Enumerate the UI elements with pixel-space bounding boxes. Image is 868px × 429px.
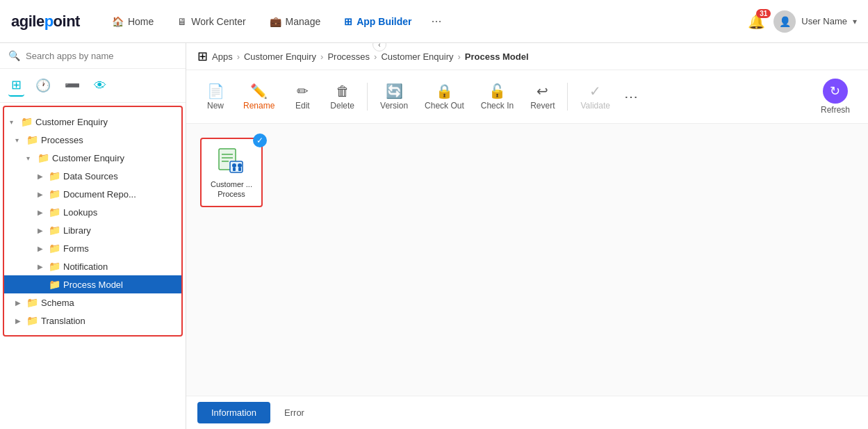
sidebar-tab-eye[interactable]: 👁 [91,76,109,96]
version-icon: 🔄 [386,83,403,99]
tab-error[interactable]: Error [270,402,318,423]
search-input[interactable] [26,51,177,61]
nav-more-icon[interactable]: ··· [426,8,448,34]
sidebar-item-label: Library [63,225,91,236]
sidebar-item-library[interactable]: ▶ 📁 Library [4,221,181,239]
nav-appbuilder-label: App Builder [357,16,411,27]
breadcrumb-processes[interactable]: Processes [327,51,370,62]
sidebar-item-label: Customer Enquiry [52,153,124,163]
nav-appbuilder[interactable]: ⊞ App Builder [334,10,421,33]
toolbar: 📄 New ✏️ Rename ✏ Edit 🗑 Delete 🔄 Versio… [186,70,868,124]
content-area: ‹ ⊞ Apps › Customer Enquiry › Processes … [186,43,868,429]
checked-icon: ✓ [253,133,267,147]
svg-rect-8 [238,168,241,171]
sidebar-item-label: Translation [41,316,85,326]
arrow-icon: ▶ [38,209,46,216]
logo: agilepoint [11,13,80,31]
sidebar-item-processes[interactable]: ▾ 📁 Processes [4,131,181,149]
sidebar-tab-minus[interactable]: ➖ [62,75,83,96]
new-button[interactable]: 📄 New [197,79,234,115]
sidebar-item-customer-enquiry[interactable]: ▾ 📁 Customer Enquiry [4,113,181,131]
process-card-label-1: Customer ... [211,179,252,189]
arrow-icon: ▶ [38,191,46,198]
briefcase-icon: 💼 [270,16,281,27]
canvas-area: ✓ Customer ... Process [186,124,868,396]
sidebar-item-forms[interactable]: ▶ 📁 Forms [4,239,181,257]
edit-label: Edit [295,101,310,111]
sidebar-item-label: Customer Enquiry [35,117,108,127]
tab-information[interactable]: Information [197,402,270,423]
checkout-icon: 🔒 [436,83,453,99]
sidebar-tab-grid[interactable]: ⊞ [8,74,24,97]
refresh-button[interactable]: ↻ Refresh [814,74,857,119]
sidebar-item-document-repo[interactable]: ▶ 📁 Document Repo... [4,185,181,203]
sidebar-item-process-model[interactable]: 📁 Process Model [4,275,181,293]
delete-button[interactable]: 🗑 Delete [323,79,361,115]
nav-workcenter-label: Work Center [191,16,245,27]
nav-right: 🔔 31 👤 User Name ▾ [748,10,857,33]
nav-manage-label: Manage [286,16,321,27]
breadcrumb-apps[interactable]: Apps [212,51,233,62]
sidebar-item-data-sources[interactable]: ▶ 📁 Data Sources [4,167,181,185]
version-label: Version [380,101,408,111]
user-menu[interactable]: 👤 User Name ▾ [773,10,857,33]
top-navigation: agilepoint 🏠 Home 🖥 Work Center 💼 Manage… [0,0,868,43]
sidebar-item-label: Schema [41,298,74,308]
refresh-circle-icon: ↻ [823,79,848,104]
chevron-down-icon: ▾ [853,17,857,26]
rename-button[interactable]: ✏️ Rename [236,79,281,115]
breadcrumb-customer-enquiry[interactable]: Customer Enquiry [244,51,316,62]
validate-button[interactable]: ✓ Validate [573,79,616,115]
nav-home[interactable]: 🏠 Home [102,10,163,33]
delete-label: Delete [330,101,354,111]
breadcrumb-customer-enquiry-sub[interactable]: Customer Enquiry [381,51,453,62]
sidebar-item-translation[interactable]: ▶ 📁 Translation [4,311,181,330]
user-name: User Name [801,16,847,26]
notification-button[interactable]: 🔔 31 [748,13,765,30]
revert-icon: ↩ [537,83,548,99]
refresh-label: Refresh [821,105,850,115]
sidebar-item-label: Processes [41,135,83,145]
nav-workcenter[interactable]: 🖥 Work Center [167,10,255,33]
folder-icon: 📁 [49,225,60,236]
process-card-label-2: Process [218,189,245,199]
delete-icon: 🗑 [336,83,350,99]
edit-button[interactable]: ✏ Edit [284,79,320,115]
nav-manage[interactable]: 💼 Manage [260,10,331,33]
sidebar-item-schema[interactable]: ▶ 📁 Schema [4,293,181,311]
sidebar-item-lookups[interactable]: ▶ 📁 Lookups [4,203,181,221]
arrow-icon: ▶ [38,227,46,234]
rename-label: Rename [243,101,275,111]
arrow-icon: ▶ [38,245,46,252]
validate-label: Validate [580,101,609,111]
toolbar-divider-2 [567,83,568,111]
sidebar-item-label: Notification [63,261,108,272]
sidebar-item-notification[interactable]: ▶ 📁 Notification [4,257,181,275]
toolbar-more-icon[interactable]: ⋯ [620,84,642,109]
sidebar-item-label: Data Sources [63,171,118,181]
monitor-icon: 🖥 [177,16,187,27]
arrow-icon: ▾ [10,118,18,126]
arrow-icon: ▶ [38,263,46,270]
validate-icon: ✓ [589,83,601,99]
svg-point-7 [238,163,242,168]
sidebar-item-customer-enquiry-sub[interactable]: ▾ 📁 Customer Enquiry [4,149,181,167]
nav-items: 🏠 Home 🖥 Work Center 💼 Manage ⊞ App Buil… [102,8,742,34]
process-card[interactable]: ✓ Customer ... Process [200,138,263,207]
breadcrumb-sep-3: › [374,51,377,62]
checkin-button[interactable]: 🔓 Check In [474,79,521,115]
svg-rect-6 [233,168,236,171]
revert-button[interactable]: ↩ Revert [523,79,562,115]
checkout-button[interactable]: 🔒 Check Out [418,79,471,115]
svg-point-5 [232,163,236,168]
sidebar-tree: ▾ 📁 Customer Enquiry ▾ 📁 Processes ▾ 📁 C… [4,107,181,335]
version-button[interactable]: 🔄 Version [373,79,415,115]
toolbar-divider [367,83,368,111]
folder-icon: 📁 [49,170,60,181]
checkin-icon: 🔓 [489,83,506,99]
breadcrumb: ⊞ Apps › Customer Enquiry › Processes › … [186,43,868,70]
sidebar-tab-clock[interactable]: 🕐 [33,75,54,96]
new-label: New [207,101,224,111]
notification-badge: 31 [756,9,771,18]
folder-icon: 📁 [26,134,38,145]
